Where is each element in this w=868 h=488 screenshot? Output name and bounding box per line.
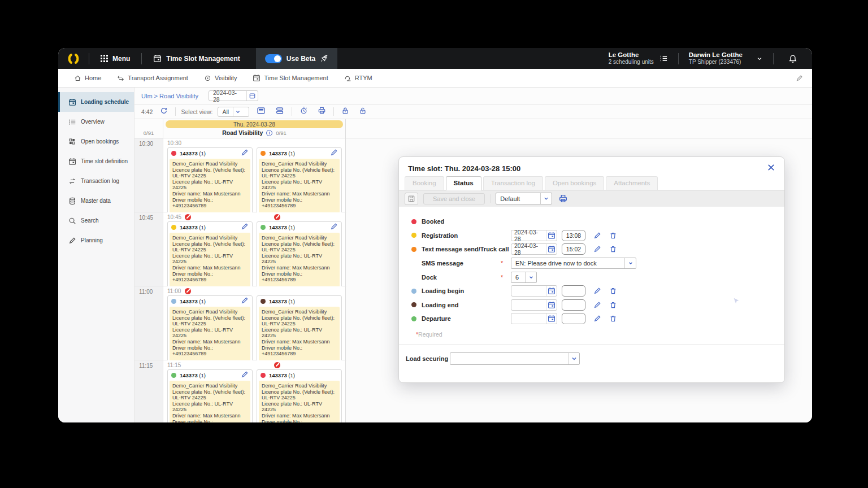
- edit-page-icon[interactable]: [796, 75, 803, 82]
- status-dot: [261, 373, 266, 378]
- edit-icon[interactable]: [593, 232, 601, 239]
- booking-card[interactable]: 143373 (1)Demo_Carrier Road VisibilityLi…: [167, 369, 253, 422]
- booking-detail-line: Licence plate No.: UL-RTV 24225: [262, 327, 337, 339]
- sidebar-item-loading-schedule[interactable]: Loading schedule: [58, 92, 134, 112]
- booking-detail-line: Driver name: Max Mustersann: [172, 339, 248, 345]
- time-label: 11:00: [139, 289, 153, 295]
- breadcrumb-item-home[interactable]: Home: [74, 75, 101, 82]
- scheduling-unit-switcher[interactable]: Le Gotthe 2 scheduling units: [598, 51, 678, 66]
- use-beta-toggle[interactable]: [265, 54, 282, 63]
- sidebar-item-time-slot-definition[interactable]: Time slot definition: [58, 151, 134, 171]
- layout-select[interactable]: Default: [496, 193, 552, 204]
- calendar-icon[interactable]: [546, 230, 557, 241]
- view-select[interactable]: All: [218, 107, 249, 117]
- date-input[interactable]: [511, 285, 557, 297]
- save-and-close-button[interactable]: Save and close: [423, 193, 485, 204]
- edit-booking-icon[interactable]: [241, 371, 249, 381]
- booking-number: 143373 (1): [269, 150, 327, 156]
- edit-icon[interactable]: [593, 301, 601, 309]
- pencil-icon: [68, 237, 76, 245]
- calendar-icon[interactable]: [246, 91, 258, 101]
- trash-icon[interactable]: [609, 232, 617, 239]
- sidebar-item-open-bookings[interactable]: Open bookings: [58, 132, 134, 151]
- booking-detail-line: UL-RTV 24225: [262, 321, 337, 327]
- schedule-row: 10:3010:30143373 (1)Demo_Carrier Road Vi…: [134, 138, 346, 212]
- menu-label: Menu: [112, 55, 130, 63]
- transporeon-logo-icon[interactable]: [58, 53, 89, 64]
- date-input[interactable]: [511, 313, 557, 324]
- trash-icon[interactable]: [609, 315, 617, 323]
- trash-icon[interactable]: [609, 301, 617, 309]
- edit-icon[interactable]: [593, 245, 601, 253]
- time-gutter-cell: 10:30: [134, 138, 163, 212]
- eta-alert-icon: [185, 288, 191, 294]
- load-securing-select[interactable]: [450, 352, 580, 365]
- date-picker[interactable]: 2024-03-28: [209, 90, 258, 101]
- lock-icon[interactable]: [339, 107, 351, 117]
- time-input[interactable]: [562, 313, 585, 324]
- breadcrumb-item-visibility[interactable]: Visibility: [204, 75, 237, 82]
- card-view-icon[interactable]: [254, 106, 268, 117]
- calendar-icon[interactable]: [546, 300, 557, 310]
- calendar-icon[interactable]: [546, 313, 557, 324]
- sidebar-item-overview[interactable]: Overview: [58, 112, 134, 132]
- row-label: Booked: [422, 218, 511, 225]
- booking-detail-line: Driver name: Max Mustersann: [262, 265, 337, 271]
- date-input[interactable]: 2024-03-28: [511, 243, 557, 255]
- bell-icon[interactable]: [788, 54, 797, 63]
- sidebar-item-planning[interactable]: Planning: [58, 230, 134, 250]
- edit-booking-icon[interactable]: [241, 223, 249, 233]
- menu-button[interactable]: Menu: [89, 55, 141, 63]
- trash-icon[interactable]: [609, 245, 617, 253]
- sidebar-item-master-data[interactable]: Master data: [58, 191, 134, 211]
- breadcrumb-item-time-slot-management[interactable]: Time Slot Management: [253, 74, 328, 82]
- sidebar-item-transaction-log[interactable]: Transaction log: [58, 171, 134, 191]
- time-input[interactable]: 13:08: [562, 230, 585, 241]
- tab-status[interactable]: Status: [446, 176, 481, 190]
- edit-icon[interactable]: [593, 287, 601, 295]
- timer-icon[interactable]: [297, 106, 310, 117]
- time-input[interactable]: 15:02: [562, 243, 585, 255]
- list-icon: [68, 118, 76, 126]
- status-dot: [171, 225, 176, 230]
- chevron-down-icon: [525, 272, 536, 282]
- refresh-icon[interactable]: [158, 107, 170, 117]
- booking-detail-line: Demo_Carrier Road Visibility: [262, 161, 337, 167]
- date-input[interactable]: 2024-03-28: [511, 230, 557, 241]
- booking-number: 143373 (1): [269, 372, 338, 378]
- time-input[interactable]: [562, 285, 585, 297]
- unlock-icon[interactable]: [357, 107, 369, 117]
- edit-icon[interactable]: [593, 315, 601, 323]
- info-icon[interactable]: [266, 130, 272, 136]
- chevron-down-icon: [568, 353, 579, 364]
- calendar-icon[interactable]: [546, 286, 557, 296]
- breadcrumb-item-transport-assignment[interactable]: Transport Assignment: [117, 75, 188, 82]
- booking-detail-line: UL-RTV 24225: [262, 395, 337, 401]
- time-input[interactable]: [562, 299, 585, 311]
- close-icon[interactable]: [767, 163, 775, 172]
- edit-booking-icon[interactable]: [330, 149, 338, 159]
- edit-booking-icon[interactable]: [330, 223, 338, 233]
- date-input[interactable]: [511, 299, 557, 311]
- calendar-icon[interactable]: [546, 244, 557, 254]
- user-menu[interactable]: Darwin Le Gotthe TP Shipper (233476): [679, 51, 773, 66]
- dock-select[interactable]: 6: [511, 272, 537, 283]
- printer-icon[interactable]: [315, 106, 328, 117]
- edit-booking-icon[interactable]: [241, 149, 249, 159]
- rows-view-icon[interactable]: [273, 106, 287, 117]
- location-link[interactable]: Ulm > Road Visibility: [141, 93, 198, 99]
- booking-card[interactable]: 143373 (1)Demo_Carrier Road VisibilityLi…: [257, 369, 342, 422]
- sidebar-item-search[interactable]: Search: [58, 211, 134, 230]
- trash-icon[interactable]: [609, 287, 617, 295]
- row-label: Departure: [422, 315, 511, 322]
- booking-detail-line: Licence plate No.: UL-RTV 24225: [172, 179, 248, 191]
- booking-detail-line: Demo_Carrier Road Visibility: [172, 161, 248, 167]
- edit-booking-icon[interactable]: [241, 297, 249, 307]
- save-icon[interactable]: [405, 193, 418, 205]
- booking-number: 143373 (1): [180, 150, 237, 156]
- printer-icon[interactable]: [558, 194, 568, 203]
- mouse-cursor: [732, 297, 740, 307]
- sms-message-select[interactable]: EN: Please drive now to dock: [511, 258, 636, 269]
- breadcrumb-item-rtym[interactable]: RTYM: [344, 75, 372, 82]
- day-pill[interactable]: Thu. 2024-03-28: [166, 120, 343, 128]
